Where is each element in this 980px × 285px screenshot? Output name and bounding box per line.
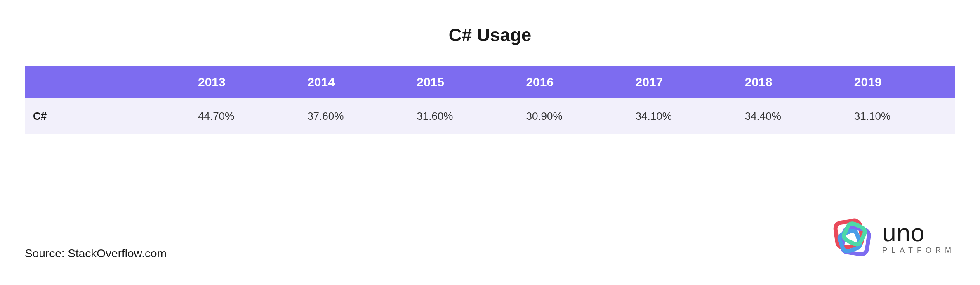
table-header-year: 2018 [737,66,846,98]
table-cell-value: 31.10% [846,98,955,134]
chart-title: C# Usage [25,25,955,45]
data-table-container: 2013 2014 2015 2016 2017 2018 2019 C# 44… [25,66,955,134]
table-row: C# 44.70% 37.60% 31.60% 30.90% 34.10% 34… [25,98,955,134]
table-header-row: 2013 2014 2015 2016 2017 2018 2019 [25,66,955,98]
table-cell-value: 31.60% [408,98,518,134]
table-row-label: C# [25,98,190,134]
uno-logo: uno PLATFORM [829,215,955,260]
table-cell-value: 34.10% [627,98,737,134]
source-text: Source: StackOverflow.com [25,247,167,260]
uno-logo-text: uno PLATFORM [882,221,955,255]
uno-logo-main: uno [882,221,925,245]
table-header-year: 2019 [846,66,955,98]
table-header-year: 2017 [627,66,737,98]
footer: Source: StackOverflow.com uno PLATFORM [25,215,955,260]
table-cell-value: 37.60% [299,98,408,134]
table-header-year: 2016 [518,66,627,98]
table-header-empty [25,66,190,98]
table-header-year: 2015 [408,66,518,98]
table-cell-value: 44.70% [190,98,299,134]
uno-logo-icon [829,215,875,260]
table-cell-value: 30.90% [518,98,627,134]
uno-logo-sub: PLATFORM [882,246,955,255]
table-header-year: 2013 [190,66,299,98]
data-table: 2013 2014 2015 2016 2017 2018 2019 C# 44… [25,66,955,134]
table-header-year: 2014 [299,66,408,98]
table-cell-value: 34.40% [737,98,846,134]
